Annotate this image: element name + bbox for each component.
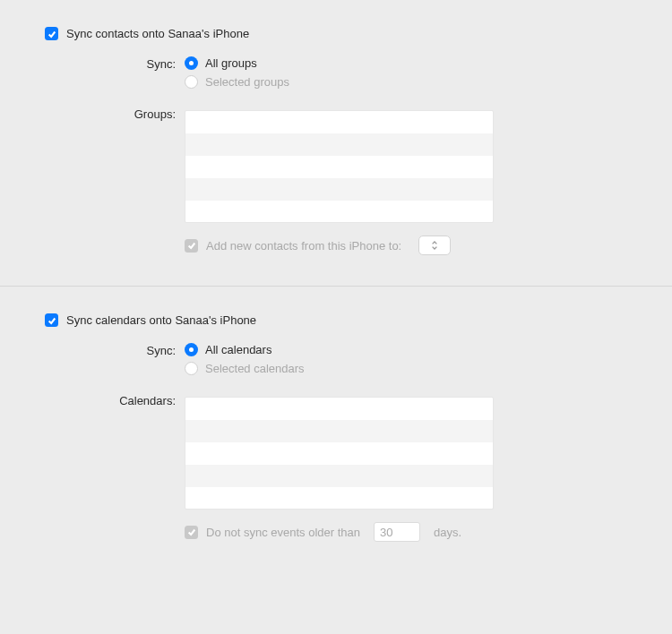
radio-all-groups[interactable] — [185, 56, 198, 70]
radio-selected-groups-label: Selected groups — [205, 75, 289, 89]
list-item — [185, 487, 493, 510]
events-older-pre: Do not sync events older than — [206, 526, 360, 539]
events-older-post: days. — [434, 526, 461, 539]
radio-all-calendars[interactable] — [185, 343, 198, 356]
sync-contacts-row: Sync contacts onto Sanaa's iPhone — [45, 27, 627, 40]
checkmark-icon — [47, 30, 56, 39]
list-item — [185, 442, 493, 465]
list-item — [185, 398, 493, 420]
calendars-sync-options: All calendars Selected calendars — [185, 343, 627, 381]
add-contacts-row: Add new contacts from this iPhone to: — [185, 236, 627, 255]
calendars-content: Do not sync events older than 30 days. — [185, 393, 627, 542]
sync-calendars-checkbox[interactable] — [45, 313, 58, 327]
groups-row: Groups: Add new contacts from this iPhon… — [45, 107, 627, 255]
add-contacts-label: Add new contacts from this iPhone to: — [206, 239, 401, 253]
radio-all-calendars-label: All calendars — [205, 343, 271, 356]
contacts-sync-radio-row: Sync: All groups Selected groups — [45, 56, 627, 94]
contacts-sync-label: Sync: — [45, 56, 185, 71]
events-older-checkbox — [185, 526, 198, 539]
checkmark-icon — [187, 241, 196, 250]
calendars-listbox[interactable] — [185, 397, 494, 510]
checkmark-icon — [187, 527, 196, 536]
events-older-input: 30 — [374, 522, 420, 542]
radio-selected-groups[interactable] — [185, 75, 198, 89]
groups-content: Add new contacts from this iPhone to: — [185, 107, 627, 255]
contacts-sync-options: All groups Selected groups — [185, 56, 627, 94]
list-item — [185, 420, 493, 442]
list-item — [185, 156, 493, 178]
contacts-section: Sync contacts onto Sanaa's iPhone Sync: … — [0, 27, 672, 287]
calendars-label: Calendars: — [45, 393, 185, 407]
radio-selected-groups-row: Selected groups — [185, 75, 627, 89]
add-contacts-checkbox — [185, 239, 198, 253]
groups-label: Groups: — [45, 107, 185, 121]
radio-selected-calendars-label: Selected calendars — [205, 362, 305, 375]
calendars-row: Calendars: Do not sync events older than… — [45, 393, 627, 542]
checkmark-icon — [47, 316, 56, 325]
list-item — [185, 111, 493, 133]
radio-selected-calendars[interactable] — [185, 362, 198, 375]
sync-contacts-checkbox[interactable] — [45, 27, 58, 40]
list-item — [185, 201, 493, 223]
add-contacts-popup — [418, 236, 451, 255]
sync-calendars-label: Sync calendars onto Sanaa's iPhone — [66, 313, 256, 327]
chevrons-icon — [431, 240, 438, 251]
events-older-row: Do not sync events older than 30 days. — [185, 522, 627, 542]
sync-contacts-label: Sync contacts onto Sanaa's iPhone — [66, 27, 249, 40]
radio-all-calendars-row: All calendars — [185, 343, 627, 356]
calendars-sync-label: Sync: — [45, 343, 185, 357]
sync-calendars-row: Sync calendars onto Sanaa's iPhone — [45, 313, 627, 327]
calendars-sync-radio-row: Sync: All calendars Selected calendars — [45, 343, 627, 381]
calendars-section: Sync calendars onto Sanaa's iPhone Sync:… — [45, 313, 627, 572]
radio-selected-calendars-row: Selected calendars — [185, 362, 627, 375]
list-item — [185, 133, 493, 156]
groups-listbox[interactable] — [185, 110, 494, 223]
radio-all-groups-row: All groups — [185, 56, 627, 70]
list-item — [185, 178, 493, 201]
radio-all-groups-label: All groups — [205, 56, 257, 70]
list-item — [185, 465, 493, 487]
